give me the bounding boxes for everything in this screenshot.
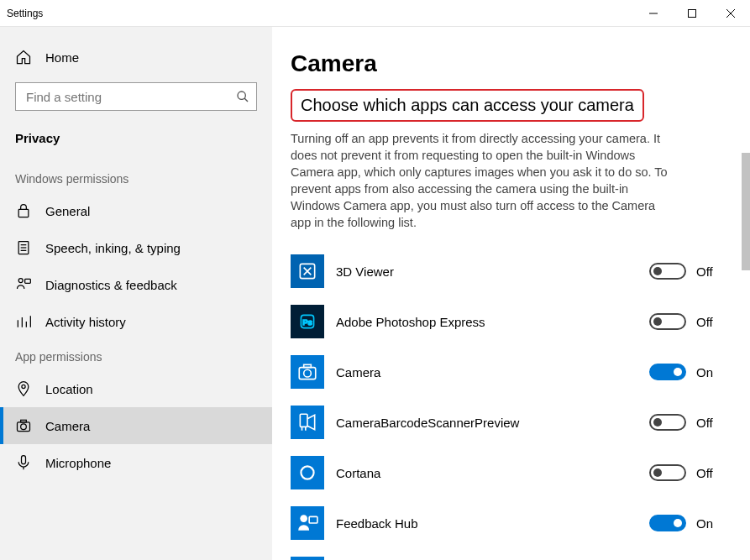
app-name: 3D Viewer (336, 264, 637, 279)
nav-label: Diagnostics & feedback (45, 278, 177, 292)
toggle-switch[interactable] (649, 515, 686, 531)
app-name: Cortana (336, 466, 637, 480)
microphone-icon (15, 454, 32, 471)
toggle-state-label: On (696, 365, 713, 379)
nav-label: Speech, inking, & typing (45, 241, 181, 255)
app-row: CameraBarcodeScannerPreviewOff (291, 397, 725, 447)
app-name: Camera (336, 365, 637, 379)
toggle-state-label: Off (696, 315, 713, 329)
toggle-switch[interactable] (649, 364, 686, 380)
privacy-heading: Privacy (0, 123, 272, 162)
toggle-state-label: Off (696, 264, 713, 279)
svg-rect-21 (22, 456, 26, 464)
main-panel: Camera Choose which apps can access your… (272, 27, 750, 560)
app-row: CameraOn (291, 347, 725, 397)
svg-rect-34 (309, 516, 317, 523)
nav-label: Location (45, 382, 93, 396)
page-title: Camera (291, 50, 725, 77)
app-row: 3D ViewerOff (291, 246, 725, 296)
app-name: Adobe Photoshop Express (336, 315, 637, 329)
home-label: Home (45, 50, 79, 65)
svg-text:Ps: Ps (302, 317, 312, 327)
app-icon (291, 254, 324, 288)
close-button[interactable] (711, 0, 750, 27)
toggle-state-label: Off (696, 466, 713, 480)
svg-point-27 (304, 369, 312, 377)
toggle-switch[interactable] (649, 313, 686, 330)
section-title: Choose which apps can access your camera (291, 89, 644, 122)
nav-speech[interactable]: Speech, inking, & typing (0, 229, 272, 266)
section-description: Turning off an app prevents it from dire… (291, 130, 677, 231)
app-row: Feedback HubOn (291, 498, 725, 548)
svg-point-33 (300, 515, 307, 522)
nav-general[interactable]: General (0, 192, 272, 229)
nav-label: Microphone (45, 456, 111, 470)
nav-diagnostics[interactable]: Diagnostics & feedback (0, 266, 272, 303)
window-controls (634, 0, 750, 27)
maximize-button[interactable] (673, 0, 711, 27)
nav-location[interactable]: Location (0, 370, 272, 407)
toggle-state-label: Off (696, 416, 713, 430)
group-windows-permissions: Windows permissions (0, 162, 272, 192)
nav-activity[interactable]: Activity history (0, 303, 272, 340)
svg-point-17 (22, 385, 25, 388)
svg-rect-6 (18, 209, 29, 217)
svg-rect-12 (25, 279, 31, 283)
feedback-icon (15, 276, 32, 293)
toggle-switch[interactable] (649, 263, 686, 280)
search-icon (236, 90, 249, 103)
svg-rect-20 (21, 420, 27, 422)
sidebar: Home Privacy Windows permissions General… (0, 27, 272, 560)
svg-point-19 (21, 424, 27, 430)
toggle-switch[interactable] (649, 414, 686, 431)
toggle-switch[interactable] (649, 464, 686, 481)
group-app-permissions: App permissions (0, 340, 272, 370)
app-row: CortanaOff (291, 447, 725, 498)
svg-point-11 (18, 279, 23, 283)
app-icon (291, 406, 324, 439)
apps-list: 3D ViewerOffPsAdobe Photoshop ExpressOff… (291, 246, 725, 560)
nav-label: Activity history (45, 315, 126, 329)
app-name: CameraBarcodeScannerPreview (336, 416, 637, 430)
svg-point-32 (301, 466, 313, 479)
scrollbar-thumb[interactable] (742, 153, 750, 270)
svg-rect-29 (300, 414, 307, 427)
app-icon (291, 355, 324, 389)
app-row: PsAdobe Photoshop ExpressOff (291, 296, 725, 347)
search-field[interactable] (26, 90, 236, 104)
app-icon (291, 557, 324, 560)
nav-microphone[interactable]: Microphone (0, 444, 272, 481)
nav-label: Camera (45, 419, 90, 433)
app-icon (291, 456, 324, 489)
minimize-button[interactable] (634, 0, 673, 27)
search-input[interactable] (15, 82, 257, 111)
nav-label: General (45, 204, 90, 218)
svg-rect-1 (689, 9, 696, 17)
home-nav[interactable]: Home (0, 39, 272, 76)
window-title: Settings (7, 8, 43, 19)
svg-point-4 (238, 92, 245, 99)
app-icon (291, 506, 324, 540)
app-icon: Ps (291, 305, 324, 338)
toggle-state-label: On (696, 516, 713, 531)
lock-icon (15, 202, 32, 219)
location-icon (15, 380, 32, 397)
svg-rect-28 (304, 364, 312, 367)
clipboard-icon (15, 239, 32, 256)
nav-camera[interactable]: Camera (0, 407, 272, 444)
home-icon (15, 49, 32, 65)
app-row: HP SmartOn (291, 548, 725, 560)
camera-icon (15, 417, 32, 434)
svg-line-5 (244, 98, 248, 102)
activity-icon (15, 313, 32, 330)
app-name: Feedback Hub (336, 516, 637, 531)
titlebar: Settings (0, 0, 750, 27)
